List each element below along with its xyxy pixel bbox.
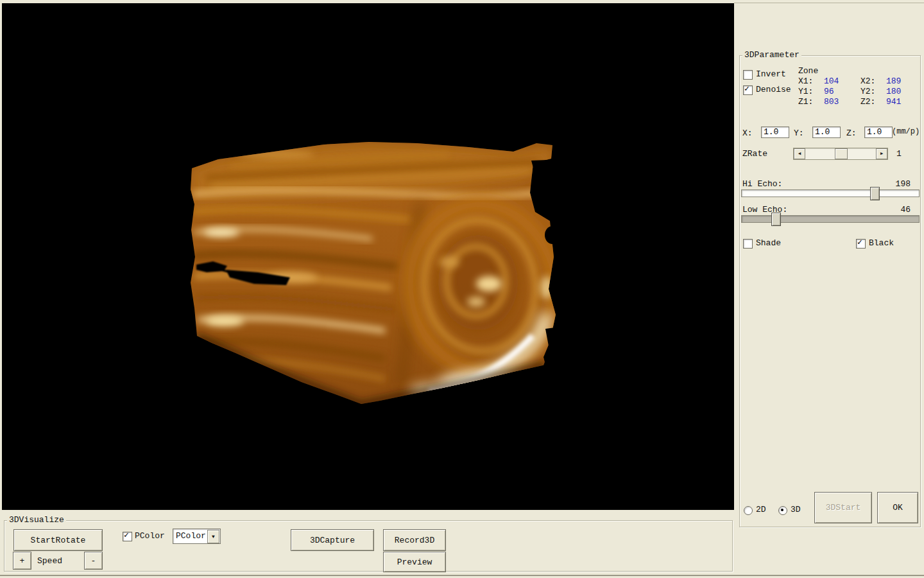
- zone-z2-value: 941: [886, 97, 901, 107]
- mode-2d-label: 2D: [756, 505, 766, 514]
- preview-button[interactable]: Preview: [383, 552, 446, 572]
- low-echo-slider-thumb[interactable]: [771, 213, 781, 226]
- pcolor-checkbox[interactable]: [123, 532, 132, 541]
- speed-label: Speed: [37, 556, 62, 566]
- record-3d-button[interactable]: Record3D: [383, 529, 446, 551]
- mode-2d-radio[interactable]: [744, 506, 753, 515]
- start-rotate-button[interactable]: StartRotate: [13, 529, 103, 551]
- zone-z1-label: Z1:: [798, 97, 813, 107]
- black-label: Black: [869, 238, 894, 248]
- scale-x-label: X:: [742, 128, 753, 138]
- denoise-checkbox[interactable]: [743, 85, 753, 95]
- invert-checkbox[interactable]: [743, 70, 753, 80]
- zone-y2-value: 180: [886, 87, 901, 96]
- scale-y-label: Y:: [794, 128, 804, 138]
- zone-y1-label: Y1:: [798, 87, 813, 96]
- scale-x-input[interactable]: [761, 127, 789, 138]
- low-echo-slider[interactable]: [741, 215, 920, 223]
- zone-y1-value: 96: [824, 87, 834, 96]
- ok-button[interactable]: OK: [877, 492, 918, 523]
- zone-z2-label: Z2:: [860, 97, 875, 107]
- mode-3d-label: 3D: [791, 505, 801, 514]
- zone-x1-label: X1:: [798, 76, 813, 86]
- zrate-scroll-left-icon[interactable]: ◀: [794, 148, 805, 159]
- parameter-groupbox: 3DParameter Invert Denoise Zone X1: 104 …: [739, 55, 921, 527]
- zone-x2-value: 189: [886, 76, 901, 86]
- zone-x2-label: X2:: [860, 76, 875, 86]
- window-bottom-edge: [0, 575, 924, 576]
- mode-3d-radio[interactable]: [778, 506, 787, 515]
- zone-x1-value: 104: [824, 76, 839, 86]
- denoise-label: Denoise: [756, 85, 791, 94]
- scale-unit-label: (mm/p): [892, 127, 920, 137]
- hi-echo-slider-thumb[interactable]: [870, 187, 880, 200]
- zrate-label: ZRate: [742, 149, 767, 159]
- visualize-groupbox-title: 3DVisualize: [7, 515, 66, 525]
- scale-z-input[interactable]: [864, 127, 893, 138]
- scale-z-label: Z:: [846, 128, 857, 138]
- capture-3d-button[interactable]: 3DCapture: [291, 529, 374, 551]
- low-echo-value: 46: [887, 205, 911, 215]
- app-window: { "icons": { "scroll_left": "◀", "scroll…: [0, 0, 924, 578]
- hi-echo-value: 198: [887, 179, 911, 189]
- hi-echo-slider[interactable]: [741, 189, 920, 197]
- zone-y2-label: Y2:: [860, 87, 875, 96]
- scale-y-input[interactable]: [812, 127, 841, 138]
- dropdown-arrow-icon[interactable]: ▼: [207, 530, 219, 543]
- zone-z1-value: 803: [824, 97, 839, 107]
- speed-plus-button[interactable]: +: [13, 552, 31, 570]
- pcolor-dropdown-value: PColor: [176, 530, 206, 541]
- hi-echo-label: Hi Echo:: [742, 179, 782, 189]
- start-3d-button[interactable]: 3DStart: [814, 492, 872, 523]
- pcolor-label: PColor: [135, 531, 165, 541]
- pcolor-dropdown[interactable]: PColor ▼: [173, 529, 221, 544]
- zrate-scroll-thumb[interactable]: [835, 148, 848, 159]
- zrate-scrollbar[interactable]: ◀ ▶: [793, 148, 888, 160]
- parameter-groupbox-title: 3DParameter: [742, 50, 801, 60]
- zrate-value: 1: [896, 149, 902, 159]
- black-checkbox[interactable]: [856, 239, 866, 249]
- invert-label: Invert: [756, 69, 786, 79]
- volume-render-3d: [2, 3, 734, 510]
- visualize-groupbox: 3DVisualize StartRotate + Speed - PColor…: [4, 520, 733, 572]
- render-viewport[interactable]: [2, 3, 734, 510]
- zrate-scroll-right-icon[interactable]: ▶: [876, 148, 887, 159]
- window-top-edge: [734, 3, 924, 3]
- zone-title: Zone: [798, 66, 818, 76]
- shade-label: Shade: [756, 238, 781, 248]
- speed-minus-button[interactable]: -: [84, 552, 103, 570]
- shade-checkbox[interactable]: [743, 239, 753, 249]
